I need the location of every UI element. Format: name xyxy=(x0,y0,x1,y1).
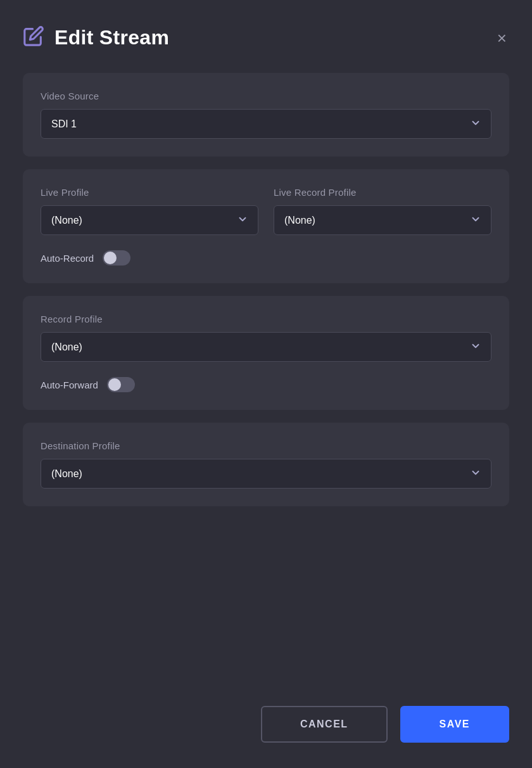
auto-forward-label: Auto-Forward xyxy=(41,380,98,390)
record-profile-label: Record Profile xyxy=(41,314,491,324)
page-title: Edit Stream xyxy=(54,26,169,49)
auto-forward-row: Auto-Forward xyxy=(41,377,491,392)
modal-header: Edit Stream × xyxy=(23,25,509,50)
live-record-profile-label: Live Record Profile xyxy=(274,187,491,198)
destination-profile-wrapper: (None) Profile 1 Profile 2 xyxy=(41,459,491,489)
video-source-card: Video Source SDI 1 SDI 2 SDI 3 HDMI 1 xyxy=(23,73,509,157)
live-profile-field: Live Profile (None) Profile 1 Profile 2 xyxy=(41,187,258,235)
auto-forward-toggle[interactable] xyxy=(107,377,135,392)
live-profile-select[interactable]: (None) Profile 1 Profile 2 xyxy=(41,205,258,235)
cancel-button[interactable]: CANCEL xyxy=(261,706,388,743)
auto-record-row: Auto-Record xyxy=(41,250,491,266)
edit-stream-modal: Edit Stream × Video Source SDI 1 SDI 2 S… xyxy=(0,0,532,768)
video-source-wrapper: SDI 1 SDI 2 SDI 3 HDMI 1 xyxy=(41,109,491,139)
modal-footer: CANCEL SAVE xyxy=(23,687,509,743)
modal-title-area: Edit Stream xyxy=(23,25,169,50)
record-profile-card: Record Profile (None) Profile 1 Profile … xyxy=(23,296,509,410)
destination-profile-card: Destination Profile (None) Profile 1 Pro… xyxy=(23,423,509,506)
auto-record-knob xyxy=(104,252,117,264)
save-button[interactable]: SAVE xyxy=(400,706,509,743)
auto-record-label: Auto-Record xyxy=(41,253,94,264)
edit-icon xyxy=(23,25,44,50)
live-record-profile-wrapper: (None) Profile 1 Profile 2 xyxy=(274,205,491,235)
auto-record-toggle[interactable] xyxy=(103,250,130,266)
destination-profile-label: Destination Profile xyxy=(41,440,491,451)
close-button[interactable]: × xyxy=(495,27,509,49)
record-profile-select[interactable]: (None) Profile 1 Profile 2 xyxy=(41,332,491,362)
live-record-profile-field: Live Record Profile (None) Profile 1 Pro… xyxy=(274,187,491,235)
record-profile-wrapper: (None) Profile 1 Profile 2 xyxy=(41,332,491,362)
video-source-label: Video Source xyxy=(41,91,491,101)
live-record-profile-select[interactable]: (None) Profile 1 Profile 2 xyxy=(274,205,491,235)
auto-forward-knob xyxy=(108,378,121,391)
live-profile-row: Live Profile (None) Profile 1 Profile 2 xyxy=(41,187,491,235)
video-source-select[interactable]: SDI 1 SDI 2 SDI 3 HDMI 1 xyxy=(41,109,491,139)
live-profile-label: Live Profile xyxy=(41,187,258,198)
destination-profile-select[interactable]: (None) Profile 1 Profile 2 xyxy=(41,459,491,489)
live-profile-card: Live Profile (None) Profile 1 Profile 2 xyxy=(23,169,509,283)
live-profile-wrapper: (None) Profile 1 Profile 2 xyxy=(41,205,258,235)
